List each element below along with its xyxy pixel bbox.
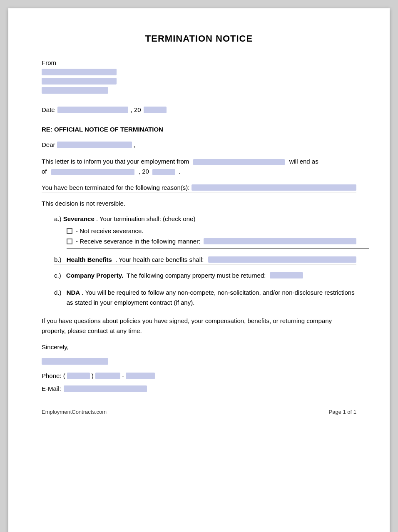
sincerely-label: Sincerely,	[42, 343, 356, 351]
property-text: The following company property must be r…	[127, 272, 266, 279]
dear-comma: ,	[134, 141, 135, 148]
date-label: Date	[42, 106, 55, 113]
document-page: TERMINATION NOTICE From Date , 20 RE: OF…	[8, 8, 390, 532]
from-line-2[interactable]	[42, 78, 117, 85]
nda-content: NDA . You will be required to follow any…	[67, 288, 356, 308]
severance-letter: a.)	[54, 215, 62, 222]
nda-label-row: d.) NDA . You will be required to follow…	[54, 288, 356, 308]
phone-area-field[interactable]	[67, 373, 90, 379]
re-label: RE: OFFICIAL NOTICE OF TERMINATION	[42, 126, 356, 133]
end-year-field[interactable]	[152, 169, 175, 175]
severance-manner-field[interactable]	[204, 238, 356, 244]
footer: EmploymentContracts.com Page 1 of 1	[42, 409, 356, 415]
signature-field[interactable]	[42, 358, 108, 365]
no-severance-label: - Not receive severance.	[76, 227, 144, 234]
checkbox-2[interactable]	[67, 239, 72, 244]
from-fields	[42, 69, 356, 94]
dear-name-field[interactable]	[57, 142, 132, 148]
email-field[interactable]	[64, 385, 147, 392]
phone-dash: -	[122, 372, 124, 379]
end-date-field[interactable]	[51, 169, 134, 175]
property-section: c.) Company Property. The following comp…	[54, 272, 356, 280]
phone-row: Phone: ( ) -	[42, 372, 356, 379]
date-year-field[interactable]	[144, 107, 167, 113]
not-reversible-text: This decision is not reversible.	[42, 200, 356, 207]
health-label-row: b.) Health Benefits . Your health care b…	[54, 256, 356, 263]
email-label: E-Mail:	[42, 385, 61, 392]
phone-label: Phone: (	[42, 372, 65, 379]
from-line-3[interactable]	[42, 87, 108, 94]
reason-field[interactable]	[192, 184, 357, 191]
property-letter: c.)	[54, 272, 61, 279]
signature-block	[42, 358, 356, 365]
nda-section: d.) NDA . You will be required to follow…	[54, 288, 356, 308]
date-field[interactable]	[57, 107, 128, 113]
footer-left: EmploymentContracts.com	[42, 409, 107, 415]
property-field[interactable]	[270, 272, 303, 278]
nda-text: . You will be required to follow any non…	[67, 289, 355, 306]
property-underline	[54, 280, 356, 280]
body-paragraph-1: This letter is to inform you that your e…	[42, 157, 356, 177]
health-benefits-field[interactable]	[208, 256, 356, 263]
email-row: E-Mail:	[42, 385, 356, 392]
from-line-1[interactable]	[42, 69, 117, 75]
reason-line: You have been terminated for the followi…	[42, 184, 356, 191]
receive-severance-label: - Receive severance in the following man…	[76, 238, 200, 245]
severance-section: a.) Severance . Your termination shall: …	[54, 215, 356, 249]
severance-underline	[67, 248, 369, 249]
checkbox-1[interactable]	[67, 228, 72, 234]
dear-row: Dear ,	[42, 141, 356, 148]
from-label: From	[42, 59, 356, 66]
questions-paragraph: If you have questions about policies you…	[42, 316, 356, 336]
health-text: . Your health care benefits shall:	[115, 256, 204, 263]
employer-name-field[interactable]	[193, 159, 285, 165]
phone-paren: )	[92, 372, 94, 379]
nda-letter: d.)	[54, 288, 62, 298]
property-label-row: c.) Company Property. The following comp…	[54, 272, 356, 279]
sections-list: a.) Severance . Your termination shall: …	[42, 215, 356, 308]
date-row: Date , 20	[42, 106, 356, 113]
nda-bold: NDA	[67, 289, 80, 296]
property-bold: Company Property.	[66, 272, 123, 279]
severance-bold: Severance	[63, 215, 95, 222]
termination-reason-block: You have been terminated for the followi…	[42, 184, 356, 192]
phone-prefix-field[interactable]	[95, 373, 120, 379]
phone-number-field[interactable]	[126, 373, 155, 379]
footer-right: Page 1 of 1	[329, 409, 357, 415]
document-title: TERMINATION NOTICE	[42, 33, 356, 44]
checkbox-no-severance: - Not receive severance.	[54, 227, 356, 234]
severance-label-row: a.) Severance . Your termination shall: …	[54, 215, 356, 222]
date-suffix: , 20	[131, 106, 141, 113]
health-underline	[54, 264, 356, 264]
health-letter: b.)	[54, 256, 62, 263]
severance-text: . Your termination shall: (check one)	[96, 215, 195, 222]
health-bold: Health Benefits	[67, 256, 112, 263]
reason-underline	[42, 192, 356, 192]
checkbox-receive-severance: - Receive severance in the following man…	[54, 238, 356, 245]
health-section: b.) Health Benefits . Your health care b…	[54, 256, 356, 264]
dear-label: Dear	[42, 141, 55, 148]
